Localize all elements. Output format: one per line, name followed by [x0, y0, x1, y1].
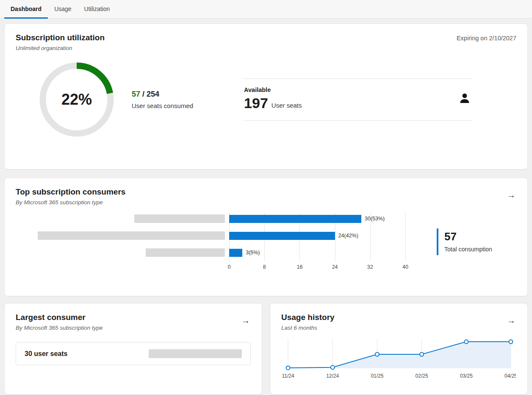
total-consumption-caption: Total consumption: [444, 246, 492, 253]
tab-bar: Dashboard Usage Utilization: [0, 0, 532, 19]
top-consumers-bar-chart: 081624324030(53%)24(42%)3(5%): [229, 212, 405, 276]
usage-history-details-arrow-icon[interactable]: →: [506, 315, 516, 325]
top-consumers-title: Top subscription consumers: [16, 187, 125, 197]
top-consumers-subtitle: By Microsoft 365 subscription type: [16, 199, 125, 206]
available-panel: Available 197 User seats: [243, 78, 472, 121]
redacted-category-label: [38, 231, 225, 240]
data-point: [286, 366, 290, 370]
total-consumption: 57 Total consumption: [437, 228, 492, 255]
subscription-utilization-card: Subscription utilization Unlimited organ…: [4, 23, 528, 170]
data-point: [375, 353, 379, 356]
x-tick-label: 12/24: [326, 373, 339, 379]
user-icon: [458, 92, 471, 105]
x-tick-label: 03/25: [460, 373, 473, 379]
x-tick-label: 40: [402, 264, 408, 270]
largest-consumer-row: 30 user seats: [16, 342, 251, 365]
donut-percent-label: 22%: [39, 62, 114, 137]
tab-dashboard[interactable]: Dashboard: [4, 0, 48, 19]
tab-dashboard-label: Dashboard: [11, 6, 42, 12]
tab-utilization-label: Utilization: [84, 6, 110, 12]
x-tick-label: 0: [228, 264, 231, 270]
area-fill: [288, 342, 511, 368]
redacted-category-label: [134, 214, 225, 223]
bar-value-label: 24(42%): [338, 233, 358, 239]
bar-value-label: 3(5%): [246, 250, 260, 256]
available-label: Available: [244, 86, 302, 93]
largest-consumer-details-arrow-icon[interactable]: →: [241, 315, 251, 325]
top-consumers-chart-zone: 081624324030(53%)24(42%)3(5%) 57 Total c…: [16, 212, 516, 280]
bar-value-label: 30(53%): [365, 216, 385, 222]
consumed-count: 57: [132, 90, 140, 98]
consumed-total: / 254: [142, 90, 159, 98]
data-point: [464, 340, 468, 344]
largest-consumer-value: 30 user seats: [25, 350, 67, 358]
dashboard-page: Subscription utilization Unlimited organ…: [0, 19, 532, 395]
consumed-summary: 57 / 254 User seats consumed: [132, 90, 193, 109]
tab-usage[interactable]: Usage: [48, 0, 78, 19]
x-tick-label: 24: [332, 264, 338, 270]
data-point: [420, 353, 424, 356]
total-consumption-value: 57: [444, 230, 492, 243]
bar: [229, 232, 335, 240]
usage-history-title: Usage history: [281, 313, 335, 322]
usage-history-subtitle: Last 6 months: [281, 325, 335, 331]
x-tick-label: 01/25: [371, 373, 383, 379]
x-tick-label: 04/25: [504, 373, 516, 379]
redacted-category-label: [146, 248, 225, 257]
top-consumers-card: Top subscription consumers By Microsoft …: [4, 178, 528, 296]
largest-consumer-title: Largest consumer: [16, 313, 103, 322]
usage-history-card: Usage history Last 6 months → 11/2412/24…: [270, 303, 528, 395]
x-tick-label: 11/24: [282, 373, 294, 379]
available-count: 197: [244, 96, 268, 110]
consumed-caption: User seats consumed: [132, 102, 193, 109]
x-tick-label: 8: [263, 264, 266, 270]
subscription-card-title: Subscription utilization: [16, 33, 105, 42]
bar: [229, 249, 242, 257]
bar: [229, 215, 361, 223]
x-tick-label: 32: [367, 264, 373, 270]
largest-consumer-subtitle: By Microsoft 365 subscription type: [16, 325, 103, 331]
redacted-consumer-name: [149, 349, 242, 358]
tab-usage-label: Usage: [54, 6, 71, 12]
top-consumers-details-arrow-icon[interactable]: →: [506, 190, 516, 200]
data-point: [509, 340, 513, 344]
largest-consumer-card: Largest consumer By Microsoft 365 subscr…: [4, 303, 262, 395]
utilization-donut-chart: 22%: [39, 62, 114, 137]
x-tick-label: 02/25: [416, 373, 428, 379]
gridline: [405, 212, 406, 261]
tab-utilization[interactable]: Utilization: [78, 0, 116, 19]
data-point: [331, 365, 335, 369]
usage-history-line-chart: 11/2412/2401/2502/2503/2504/25: [281, 337, 516, 382]
x-tick-label: 16: [296, 264, 302, 270]
subscription-card-subtitle: Unlimited organization: [16, 45, 105, 51]
available-caption: User seats: [272, 102, 302, 110]
expiry-text: Expiring on 2/10/2027: [457, 35, 516, 42]
